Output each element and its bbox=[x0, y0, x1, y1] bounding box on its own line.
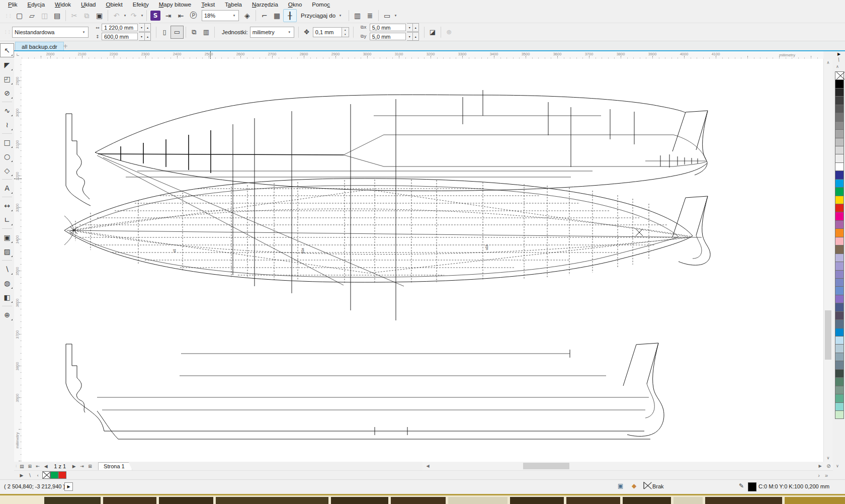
menu-okno[interactable]: Okno bbox=[283, 1, 307, 8]
new-document-tab-button[interactable]: + bbox=[62, 43, 69, 50]
color-swatch[interactable] bbox=[835, 138, 844, 146]
color-swatch[interactable] bbox=[835, 402, 844, 411]
taskbar-button[interactable] bbox=[331, 497, 388, 504]
color-swatch[interactable] bbox=[835, 303, 844, 311]
color-swatch[interactable] bbox=[835, 319, 844, 328]
show-grid-button[interactable]: ▦ bbox=[271, 10, 283, 22]
height-spin-up[interactable]: ▴ bbox=[145, 32, 151, 41]
color-swatch[interactable] bbox=[835, 295, 844, 303]
color-swatch[interactable] bbox=[835, 204, 844, 212]
horizontal-scroll-thumb[interactable] bbox=[523, 463, 569, 469]
docpalette-swatch[interactable] bbox=[50, 471, 58, 479]
menu-plik[interactable]: Plik bbox=[3, 1, 23, 8]
color-swatch[interactable] bbox=[835, 212, 844, 220]
import-button[interactable]: ⇥ bbox=[162, 10, 175, 22]
toolbar-grip[interactable]: ⋮⋮ bbox=[5, 14, 12, 18]
horizontal-ruler[interactable]: milimetry2000210022002300240025002600270… bbox=[22, 51, 823, 59]
color-swatch[interactable] bbox=[835, 129, 844, 138]
dup-y-up[interactable]: ▴ bbox=[413, 32, 419, 41]
color-swatch[interactable] bbox=[835, 369, 844, 378]
fill-swatch[interactable] bbox=[643, 482, 650, 490]
ellipse-tool[interactable]: ○ bbox=[1, 150, 14, 163]
menu-narzedzia[interactable]: Narzędzia bbox=[247, 1, 283, 8]
width-spin-up[interactable]: ▴ bbox=[145, 23, 151, 32]
taskbar-button[interactable] bbox=[44, 497, 101, 504]
color-swatch[interactable] bbox=[835, 286, 844, 295]
snap-to-button[interactable]: Przyciągaj do▾ bbox=[297, 10, 347, 21]
color-swatch[interactable] bbox=[835, 386, 844, 394]
outline-swatch[interactable] bbox=[748, 482, 756, 491]
duplicate-x-input[interactable]: 5,0 mm bbox=[370, 24, 406, 31]
publish-pdf-button[interactable]: Ⓟ bbox=[187, 10, 200, 22]
page-height-input[interactable]: 600,0 mm bbox=[102, 33, 138, 40]
taskbar-button[interactable] bbox=[566, 497, 620, 504]
color-swatch[interactable] bbox=[835, 105, 844, 113]
color-swatch[interactable] bbox=[835, 311, 844, 320]
docpalette-scroll-right-icon[interactable]: › bbox=[818, 472, 820, 478]
color-swatch[interactable] bbox=[835, 79, 844, 88]
color-swatch[interactable] bbox=[835, 228, 844, 237]
color-swatch[interactable] bbox=[835, 262, 844, 270]
show-guidelines-button[interactable]: ╂ bbox=[283, 9, 297, 22]
treat-as-filled-button[interactable]: ◪ bbox=[427, 26, 439, 38]
text-tool[interactable]: A bbox=[1, 182, 14, 195]
color-swatch[interactable] bbox=[835, 344, 844, 353]
vertical-scrollbar[interactable]: ∧ ∨ bbox=[823, 59, 832, 462]
menu-edycja[interactable]: Edycja bbox=[23, 1, 50, 8]
application-launcher-button[interactable]: ▭ bbox=[381, 10, 393, 22]
menu-tabela[interactable]: Tabela bbox=[220, 1, 247, 8]
taskbar-button[interactable] bbox=[103, 497, 156, 504]
color-swatch[interactable] bbox=[835, 220, 844, 229]
docpalette-scroll-left-icon[interactable]: ‹ bbox=[34, 473, 41, 478]
color-swatch[interactable] bbox=[835, 196, 844, 204]
taskbar-button[interactable] bbox=[448, 497, 508, 504]
color-swatch[interactable] bbox=[835, 410, 844, 419]
application-launcher-dropdown-icon[interactable]: ▾ bbox=[393, 14, 398, 18]
page-width-input[interactable]: 1 220,0 mm bbox=[102, 24, 138, 31]
add-page-icon[interactable]: ⊞ bbox=[86, 464, 94, 469]
current-page-button[interactable]: ▥ bbox=[200, 26, 212, 38]
portrait-button[interactable]: ▯ bbox=[158, 26, 171, 38]
document-tab[interactable]: all backup.cdr bbox=[15, 42, 64, 51]
color-swatch[interactable] bbox=[835, 121, 844, 130]
taskbar-button[interactable] bbox=[673, 497, 703, 504]
previous-page-icon[interactable]: ◀ bbox=[42, 464, 50, 469]
color-swatch[interactable] bbox=[835, 96, 844, 105]
color-swatch[interactable] bbox=[835, 328, 844, 337]
transparency-tool[interactable]: ▨ bbox=[1, 245, 14, 258]
open-document-button[interactable]: ▱ bbox=[26, 10, 38, 22]
color-swatch[interactable] bbox=[835, 377, 844, 386]
rectangle-tool[interactable]: □ bbox=[1, 136, 14, 149]
smart-fill-tool[interactable]: ◧ bbox=[1, 291, 14, 304]
shape-tool[interactable]: ◤ bbox=[1, 58, 14, 71]
more-tools[interactable]: ⊕ bbox=[1, 308, 14, 321]
color-swatch[interactable] bbox=[835, 171, 844, 179]
docpalette-flyout-icon[interactable]: ▶ bbox=[18, 473, 25, 478]
scroll-left-icon[interactable]: ◀ bbox=[424, 462, 432, 470]
proof-colors-icon[interactable]: ▣ bbox=[618, 482, 623, 489]
menu-pomoc[interactable]: Pomoc bbox=[307, 1, 335, 8]
ruler-origin-button[interactable]: ∟ bbox=[14, 51, 22, 59]
connector-tool[interactable]: ∟ bbox=[1, 213, 14, 226]
color-swatch[interactable] bbox=[835, 361, 844, 369]
page-size-preset-select[interactable]: Niestandardowa ▾ bbox=[12, 27, 89, 38]
color-swatch[interactable] bbox=[835, 394, 844, 402]
all-pages-button[interactable]: ⧉ bbox=[188, 26, 200, 38]
page-sorter-icon[interactable]: ▤ bbox=[18, 464, 26, 469]
add-page-icon[interactable]: ⊞ bbox=[26, 464, 34, 469]
dup-y-down[interactable]: ▾ bbox=[407, 32, 413, 41]
zoom-to-page-icon[interactable]: ⊘ bbox=[824, 462, 833, 470]
docpalette-swatch[interactable] bbox=[58, 471, 66, 479]
freehand-tool[interactable]: ∿ bbox=[1, 104, 14, 117]
last-page-icon[interactable]: ⇥ bbox=[78, 464, 86, 469]
width-spin-down[interactable]: ▾ bbox=[139, 23, 145, 32]
horizontal-scrollbar[interactable]: ◀ ▶ ⊘ bbox=[422, 462, 833, 470]
scroll-down-icon[interactable]: ∨ bbox=[824, 454, 832, 462]
copy-button[interactable]: ⧉ bbox=[80, 10, 93, 22]
palette-eyedropper-icon[interactable]: ∖ bbox=[836, 56, 841, 62]
propbar-grip[interactable]: ⋮⋮ bbox=[4, 30, 11, 34]
palette-scroll-down-icon[interactable]: ∨ bbox=[836, 464, 839, 468]
color-swatch[interactable] bbox=[835, 71, 844, 80]
landscape-button[interactable]: ▭ bbox=[171, 26, 184, 39]
print-button[interactable]: ▤ bbox=[51, 10, 63, 22]
